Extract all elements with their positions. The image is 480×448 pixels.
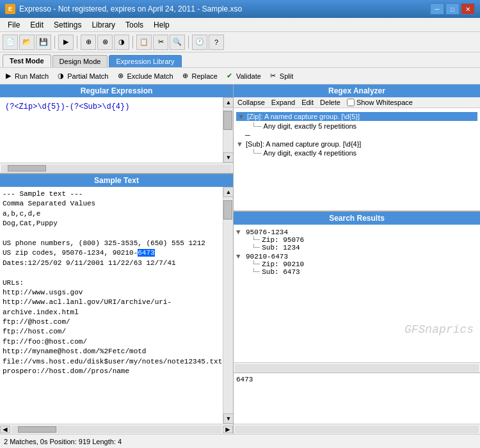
results-tree[interactable]: ▼ 95076-1234 └─ Zip: 95076 └─ Sub: 1234 xyxy=(234,225,480,362)
toolbar-btn5[interactable]: ⊕ xyxy=(81,35,96,50)
toolbar-new[interactable]: 📄 xyxy=(3,35,18,50)
sub-node-label[interactable]: ▼ [Sub]: A named capture group. [\d{4}] xyxy=(236,140,477,148)
regex-area[interactable]: (?<Zip>\d{5})-(?<Sub>\d{4}) ▲ ▼ xyxy=(0,97,233,174)
sample-hscroll-thumb[interactable] xyxy=(18,426,56,433)
menu-library[interactable]: Library xyxy=(86,19,120,31)
sub-expand[interactable]: ▼ xyxy=(236,140,244,148)
toolbar-sep3 xyxy=(132,36,133,49)
sub-child-1-text: Any digit, exactly 4 repetitions xyxy=(264,149,357,157)
zip-child-1-text: Any digit, exactly 5 repetitions xyxy=(264,122,357,130)
sample-vscroll[interactable]: ▲ ▼ xyxy=(223,187,233,424)
result-1-expand[interactable]: ▼ xyxy=(236,228,244,236)
zip-expand[interactable]: ▼ xyxy=(237,113,245,120)
sample-scroll-up[interactable]: ▲ xyxy=(223,187,233,197)
results-detail-hscroll[interactable] xyxy=(234,424,480,434)
zip-child-1-label: └─ Any digit, exactly 5 repetitions xyxy=(249,122,477,130)
toolbar-help[interactable]: ? xyxy=(209,35,224,50)
menu-help[interactable]: Help xyxy=(148,19,175,31)
validate-action[interactable]: ✔ Validate xyxy=(225,72,261,81)
run-match-icon: ▶ xyxy=(4,72,13,81)
menu-edit[interactable]: Edit xyxy=(25,19,49,31)
sample-text-area[interactable]: --- Sample text --- Comma Separated Valu… xyxy=(0,187,223,424)
result-match-2-label[interactable]: ▼ 90210-6473 xyxy=(236,253,477,260)
tab-design-mode[interactable]: Design Mode xyxy=(52,55,108,67)
tab-expression-library[interactable]: Expression Library xyxy=(109,55,181,67)
delete-btn[interactable]: Delete xyxy=(320,99,340,106)
sample-hscroll[interactable]: ◄ ► xyxy=(0,424,233,434)
toolbar-save[interactable]: 💾 xyxy=(36,35,51,50)
exclude-match-action[interactable]: ⊗ Exclude Match xyxy=(116,72,173,81)
toolbar-run[interactable]: ▶ xyxy=(58,35,74,50)
regex-hscroll-thumb[interactable] xyxy=(8,165,46,172)
regex-input[interactable]: (?<Zip>\d{5})-(?<Sub>\d{4}) xyxy=(3,100,220,114)
results-detail[interactable]: 6473 xyxy=(234,372,480,424)
show-whitespace-label[interactable]: Show Whitespace xyxy=(347,99,413,106)
sample-line-17: prospero://host.dom//pros/name xyxy=(3,367,220,376)
menu-bar: File Edit Settings Library Tools Help xyxy=(0,18,480,32)
regex-scroll-up[interactable]: ▲ xyxy=(223,97,233,108)
zip-node-label[interactable]: ▼ [Zip]: A named capture group. [\d{5}] xyxy=(236,112,477,121)
analyzer-header: Regex Analyzer xyxy=(234,84,480,97)
title-bar: E Expresso - Not registered, expires on … xyxy=(0,0,480,18)
result-match-1-label[interactable]: ▼ 95076-1234 xyxy=(236,228,477,236)
split-action[interactable]: ✂ Split xyxy=(269,72,293,81)
exclude-match-icon: ⊗ xyxy=(116,72,125,81)
tab-test-mode[interactable]: Test Mode xyxy=(3,54,51,67)
partial-match-icon: ◑ xyxy=(56,72,65,81)
toolbar-btn10[interactable]: 🔍 xyxy=(170,35,185,50)
r2-sub-text: Sub: 6473 xyxy=(262,268,300,276)
zip-node-text: [Zip]: A named capture group. [\d{5}] xyxy=(247,113,360,120)
result-1-text: 95076-1234 xyxy=(246,228,288,236)
zip-children: └─ Any digit, exactly 5 repetitions xyxy=(249,122,477,130)
sample-line-16: file://vms.host.edu/disk$user/my/notes/n… xyxy=(3,357,220,367)
regex-hscroll-track[interactable] xyxy=(1,164,232,172)
run-match-action[interactable]: ▶ Run Match xyxy=(4,72,49,81)
result-2-sub: └─ Sub: 6473 xyxy=(249,268,477,276)
menu-tools[interactable]: Tools xyxy=(120,19,148,31)
regex-vscroll[interactable]: ▲ ▼ xyxy=(223,97,233,163)
show-whitespace-checkbox[interactable] xyxy=(347,99,355,106)
split-icon: ✂ xyxy=(269,72,278,81)
collapse-btn[interactable]: Collapse xyxy=(237,99,265,106)
toolbar-clock[interactable]: 🕐 xyxy=(192,35,207,50)
r2-zip-line: └─ xyxy=(252,260,260,268)
regex-scroll-track[interactable] xyxy=(223,108,233,152)
sample-line-11: http://www.acl.lanl.gov/URI/archive/uri-… xyxy=(3,298,220,317)
sample-hscroll-left[interactable]: ◄ xyxy=(0,426,10,433)
run-match-label: Run Match xyxy=(15,72,49,80)
menu-settings[interactable]: Settings xyxy=(49,19,86,31)
toolbar-open[interactable]: 📂 xyxy=(19,35,35,50)
regex-hscroll[interactable] xyxy=(0,163,233,173)
close-button[interactable]: ✕ xyxy=(461,3,475,15)
toolbar: 📄 📂 💾 ▶ ⊕ ⊗ ◑ 📋 ✂ 🔍 🕐 ? xyxy=(0,32,480,52)
toolbar-btn8[interactable]: 📋 xyxy=(136,35,152,50)
minimize-button[interactable]: ─ xyxy=(430,3,444,15)
split-label: Split xyxy=(280,72,293,80)
sample-scroll-track[interactable] xyxy=(223,197,233,413)
regex-scroll-down[interactable]: ▼ xyxy=(223,152,233,163)
r1-sub-line: └─ xyxy=(252,244,260,252)
window-controls: ─ □ ✕ xyxy=(430,3,475,15)
menu-file[interactable]: File xyxy=(3,19,25,31)
toolbar-btn6[interactable]: ⊗ xyxy=(97,35,113,50)
regex-scroll-thumb[interactable] xyxy=(223,111,232,130)
toolbar-btn7[interactable]: ◑ xyxy=(114,35,129,50)
partial-match-action[interactable]: ◑ Partial Match xyxy=(56,72,108,81)
maximize-button[interactable]: □ xyxy=(445,3,460,15)
sample-hscroll-right[interactable]: ► xyxy=(223,426,233,433)
result-1-children: └─ Zip: 95076 └─ Sub: 1234 xyxy=(249,236,477,252)
sample-panel-header: Sample Text xyxy=(0,174,233,187)
results-hscroll[interactable] xyxy=(234,362,480,372)
sample-hscroll-track[interactable] xyxy=(12,426,221,433)
status-bar: 2 Matches, 0s Position: 919 Length: 4 xyxy=(0,434,480,448)
sample-content: --- Sample text --- Comma Separated Valu… xyxy=(0,187,223,379)
edit-btn[interactable]: Edit xyxy=(301,99,314,106)
results-area: Search Results ▼ 95076-1234 └─ Zip: 9507… xyxy=(234,212,480,434)
action-bar: ▶ Run Match ◑ Partial Match ⊗ Exclude Ma… xyxy=(0,68,480,84)
expand-btn[interactable]: Expand xyxy=(271,99,295,106)
result-2-expand[interactable]: ▼ xyxy=(236,253,244,260)
sample-scroll-thumb[interactable] xyxy=(223,200,232,220)
toolbar-btn9[interactable]: ✂ xyxy=(153,35,168,50)
replace-action[interactable]: ⊕ Replace xyxy=(181,72,218,81)
sample-scroll-down[interactable]: ▼ xyxy=(223,413,233,424)
